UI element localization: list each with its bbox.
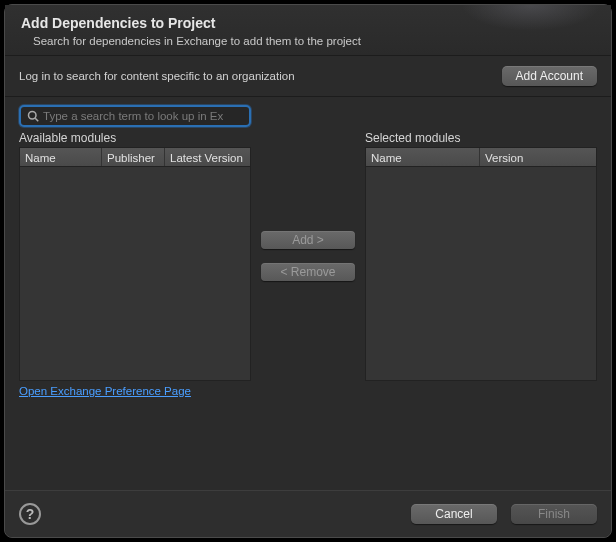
available-label: Available modules: [19, 131, 251, 145]
selected-modules-pane: Selected modules Name Version: [365, 131, 597, 381]
col-version[interactable]: Version: [480, 148, 596, 166]
col-name[interactable]: Name: [20, 148, 102, 166]
available-modules-pane: Available modules Name Publisher Latest …: [19, 131, 251, 398]
selected-table-header: Name Version: [365, 147, 597, 167]
transfer-controls: Add > < Remove: [251, 131, 365, 281]
search-input[interactable]: [43, 110, 243, 122]
remove-button[interactable]: < Remove: [261, 263, 355, 281]
col-name[interactable]: Name: [366, 148, 480, 166]
add-button[interactable]: Add >: [261, 231, 355, 249]
help-icon[interactable]: ?: [19, 503, 41, 525]
org-bar: Log in to search for content specific to…: [5, 56, 611, 97]
available-table-header: Name Publisher Latest Version: [19, 147, 251, 167]
selected-label: Selected modules: [365, 131, 597, 145]
svg-point-0: [29, 112, 37, 120]
dialog-header: Add Dependencies to Project Search for d…: [5, 5, 611, 56]
dialog-content: Available modules Name Publisher Latest …: [5, 97, 611, 490]
finish-button[interactable]: Finish: [511, 504, 597, 524]
add-dependencies-dialog: Add Dependencies to Project Search for d…: [4, 4, 612, 538]
search-field[interactable]: [19, 105, 251, 127]
dialog-footer: ? Cancel Finish: [5, 490, 611, 537]
col-publisher[interactable]: Publisher: [102, 148, 165, 166]
search-icon: [27, 110, 39, 122]
add-account-button[interactable]: Add Account: [502, 66, 597, 86]
dialog-title: Add Dependencies to Project: [21, 15, 595, 31]
available-table-body[interactable]: [19, 167, 251, 381]
cancel-button[interactable]: Cancel: [411, 504, 497, 524]
open-exchange-preference-link[interactable]: Open Exchange Preference Page: [19, 385, 191, 397]
dialog-subtitle: Search for dependencies in Exchange to a…: [33, 35, 595, 47]
org-login-text: Log in to search for content specific to…: [19, 70, 295, 82]
selected-table-body[interactable]: [365, 167, 597, 381]
svg-line-1: [35, 118, 38, 121]
col-latest-version[interactable]: Latest Version: [165, 148, 250, 166]
